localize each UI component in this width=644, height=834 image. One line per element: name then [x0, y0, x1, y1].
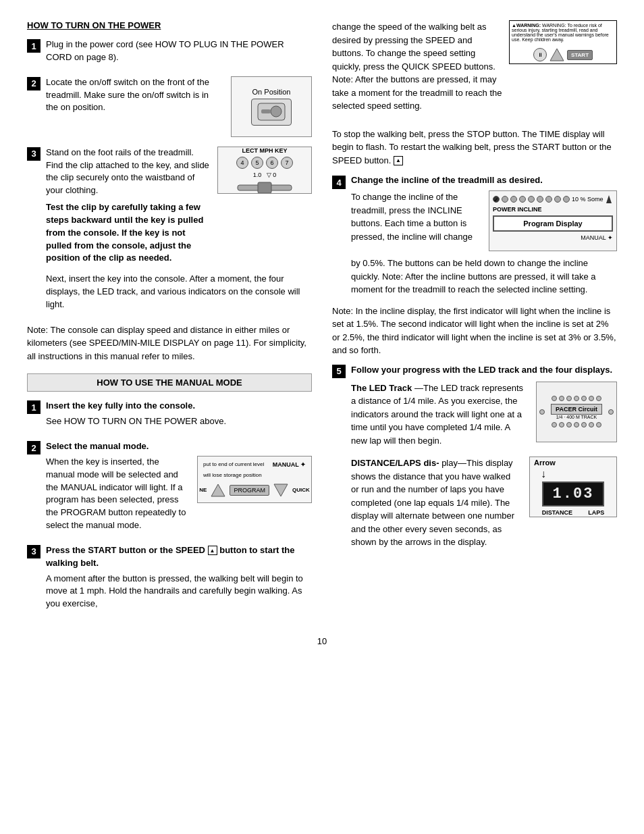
stop-text-content: To stop the walking belt, press the STOP… [332, 129, 612, 165]
step1-num: 1 [27, 39, 41, 53]
led-dot-m1 [539, 409, 545, 415]
warning-box-area: change the speed of the walking belt as … [332, 20, 617, 120]
triangle-btn-right[interactable] [273, 483, 288, 498]
step4-content: Change the incline of the treadmill as d… [351, 175, 617, 296]
incline-arrow-up [606, 194, 612, 204]
distance-display: Arrow ↓ 1.03 DISTANCE LAPS [529, 457, 617, 517]
manual-speed-label: NE [199, 487, 207, 493]
program-display-box: Program Display [493, 215, 613, 232]
led-dot-b4 [574, 422, 579, 427]
main-content: HOW TO TURN ON THE POWER 1 Plug in the p… [27, 20, 617, 623]
mph-btn-5: 5 [251, 157, 263, 169]
right-column: change the speed of the walking belt as … [332, 20, 617, 623]
laps-label: LAPS [588, 509, 604, 516]
led-dot-b6 [589, 422, 594, 427]
step3-bold-text: Test the clip by carefully taking a few … [46, 201, 209, 265]
section1-title: HOW TO TURN ON THE POWER [27, 20, 312, 30]
step5-block: 5 Follow your progress with the LED trac… [332, 364, 617, 549]
step2-3-title: Press the START button or the SPEED ▲ bu… [46, 544, 312, 570]
mph-btn-6: 6 [266, 157, 278, 169]
step2-3-text: A moment after the button is pressed, th… [46, 573, 312, 611]
dot4 [528, 196, 535, 203]
manual-top-row: put to end of current level MANUAL ✦ [200, 461, 308, 468]
on-position-image: On Position [231, 76, 312, 137]
distance-title: DISTANCE/LAPS dis- [351, 458, 441, 468]
warning-box: ▲WARNING: WARNING: To reduce risk of ser… [509, 20, 617, 64]
switch-svg [254, 100, 288, 124]
manual-small-label1: put to end of current level [203, 461, 264, 468]
step2-2-title: Select the manual mode. [46, 440, 312, 453]
on-position-label: On Position [252, 88, 291, 96]
warn-circle-btn[interactable]: ⏸ [533, 48, 547, 61]
page-container: HOW TO TURN ON THE POWER 1 Plug in the p… [27, 20, 617, 646]
incline-description: To change the incline of the treadmill, … [351, 190, 482, 243]
step2-2-block: 2 Select the manual mode. When the key i… [27, 440, 312, 535]
manual-buttons: NE PROGRAM QUICK [199, 483, 309, 498]
led-dot-b3 [566, 422, 572, 427]
led-dot-t3 [566, 396, 572, 401]
svg-marker-8 [606, 195, 612, 203]
warning-title: ▲WARNING: WARNING: To reduce risk of ser… [512, 23, 614, 42]
led-dot-t7 [596, 396, 601, 401]
step2-1-block: 1 Insert the key fully into the console.… [27, 400, 312, 431]
dot8 [563, 196, 570, 203]
led-row-top [552, 396, 601, 401]
led-title: The LED Track [351, 383, 412, 393]
led-dot-t6 [589, 396, 594, 401]
step2-text: Locate the on/off switch on the front of… [46, 76, 223, 115]
incline-dots: ✓ 10 % Some [493, 194, 613, 204]
distance-label: DISTANCE [542, 509, 572, 516]
mph-btn-4: 4 [236, 157, 248, 169]
mph-speed-label: 1.0 ▽ 0 [253, 172, 277, 178]
dot7 [554, 196, 561, 203]
dot6 [545, 196, 552, 203]
step2-2-text: When the key is inserted, the manual mod… [46, 456, 189, 532]
step2-block: 2 Locate the on/off switch on the front … [27, 76, 312, 137]
display-readout: 1.03 [542, 481, 605, 506]
mph-btn-7: 7 [281, 157, 293, 169]
step2-num: 2 [27, 77, 41, 90]
svg-marker-7 [550, 49, 564, 61]
incline-display: ✓ 10 % Some [489, 190, 617, 251]
led-dot-m2 [608, 409, 614, 415]
distance-text-content: play—This display shows the distance tha… [351, 458, 514, 547]
program-button[interactable]: PROGRAM [230, 485, 269, 496]
led-dot-t2 [559, 396, 564, 401]
step2-3-block: 3 Press the START button or the SPEED ▲ … [27, 544, 312, 613]
switch-graphic [251, 99, 292, 126]
step2-3-content: Press the START button or the SPEED ▲ bu… [46, 544, 312, 613]
incline-max-label: 10 % Some [572, 196, 603, 203]
note-incline: Note: In the incline display, the first … [332, 305, 617, 357]
dot3 [519, 196, 526, 203]
clip-key-graphic [231, 181, 298, 193]
led-section: The LED Track —The LED track represents … [351, 382, 617, 448]
led-track-image: PACER Circuit 1/4 · 400 M TRACK [536, 382, 617, 442]
speed-text: change the speed of the walking belt as … [332, 20, 502, 113]
step1-text: Plug in the power cord (see HOW TO PLUG … [46, 38, 312, 64]
down-arrow-icon: ↓ [541, 468, 546, 480]
led-track-desc: The LED Track —The LED track represents … [351, 382, 528, 448]
warn-start-btn[interactable]: START [567, 50, 593, 60]
step2-2-content: Select the manual mode. When the key is … [46, 440, 312, 535]
warn-buttons-row: ⏸ START [512, 47, 614, 62]
step2-content: Locate the on/off switch on the front of… [46, 76, 312, 137]
step3-num: 3 [27, 147, 41, 161]
warn-triangle-btn[interactable] [549, 47, 564, 62]
step3-content: Stand on the foot rails of the treadmill… [46, 147, 312, 314]
step1-block: 1 Plug in the power cord (see HOW TO PLU… [27, 38, 312, 67]
triangle-btn-left[interactable] [211, 483, 225, 498]
step2-1-title: Insert the key fully into the console. [46, 400, 312, 413]
warning-content: WARNING: To reduce risk of serious injur… [512, 23, 609, 42]
manual-small-label2: will lose storage position [200, 472, 262, 478]
dot5 [537, 196, 543, 203]
led-dot-t1 [552, 396, 557, 401]
distance-text: DISTANCE/LAPS dis- play—This display sho… [351, 457, 520, 549]
quick-label: QUICK [292, 487, 310, 493]
led-dot-t4 [574, 396, 579, 401]
left-column: HOW TO TURN ON THE POWER 1 Plug in the p… [27, 20, 312, 623]
step5-num: 5 [332, 365, 346, 378]
led-dot-b7 [596, 422, 601, 427]
page-number: 10 [27, 636, 617, 646]
mph-buttons: 4 5 6 7 [236, 157, 293, 169]
note-text: Note: The console can display speed and … [27, 323, 312, 363]
